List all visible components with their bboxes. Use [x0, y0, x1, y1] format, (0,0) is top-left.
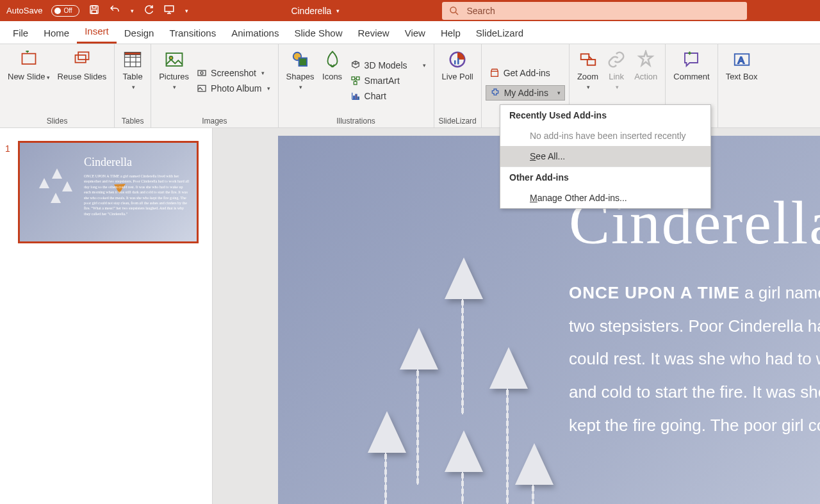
- svg-rect-24: [454, 60, 456, 64]
- save-icon[interactable]: [88, 4, 100, 18]
- tab-file[interactable]: File: [5, 22, 36, 44]
- group-images: Pictures▾ Screenshot▾ Photo Album▾ Image…: [151, 44, 278, 127]
- table-label: Table: [123, 72, 143, 81]
- svg-rect-10: [166, 53, 182, 66]
- group-label-tables: Tables: [119, 115, 147, 127]
- chart-icon: [350, 91, 361, 101]
- chevron-down-icon: ▾: [557, 90, 561, 96]
- svg-rect-7: [78, 52, 88, 60]
- tabs-bar: File Home Insert Design Transitions Anim…: [0, 21, 820, 44]
- present-icon[interactable]: [163, 4, 175, 18]
- dropdown-manage[interactable]: Manage Other Add-ins...: [500, 188, 710, 208]
- document-title[interactable]: Cinderella ▾: [291, 6, 340, 16]
- pictures-icon: [164, 49, 184, 70]
- redo-icon[interactable]: [143, 4, 154, 18]
- svg-rect-22: [357, 97, 359, 99]
- group-tables: Table▾ Tables: [115, 44, 151, 127]
- reuse-slides-label: Reuse Slides: [58, 72, 107, 82]
- plane-icon: [62, 181, 72, 191]
- comment-icon: [681, 49, 701, 70]
- dropdown-header-other: Other Add-ins: [500, 167, 710, 188]
- svg-point-4: [450, 7, 456, 13]
- chevron-down-icon: ▾: [47, 74, 50, 81]
- group-label-text: [722, 115, 762, 127]
- smartart-button[interactable]: SmartArt: [347, 74, 430, 88]
- toggle-knob: [54, 8, 61, 14]
- tab-design[interactable]: Design: [117, 22, 162, 44]
- autosave-toggle[interactable]: Off: [51, 5, 79, 17]
- photo-album-button[interactable]: Photo Album▾: [193, 81, 274, 95]
- chart-button[interactable]: Chart: [347, 89, 430, 103]
- reuse-slides-button[interactable]: Reuse Slides: [54, 47, 111, 115]
- slide-body-rest: a girl named Cinderella lived with her s…: [569, 283, 820, 435]
- svg-rect-27: [580, 54, 589, 60]
- tab-insert[interactable]: Insert: [77, 20, 117, 44]
- slide-thumbnail-1[interactable]: Cinderella ONCE UPON A TIME a girl named…: [18, 141, 199, 243]
- qat-customize-icon[interactable]: ▾: [185, 8, 188, 14]
- table-icon: [122, 49, 143, 70]
- get-addins-label: Get Add-ins: [504, 68, 550, 78]
- my-addins-button[interactable]: My Add-ins▾: [486, 85, 565, 101]
- tab-home[interactable]: Home: [36, 22, 77, 44]
- comment-label: Comment: [673, 72, 709, 82]
- chart-label: Chart: [365, 91, 386, 101]
- thumb-body: ONCE UPON A TIME a girl named Cinderella…: [84, 174, 190, 216]
- quick-access-toolbar: ▾ ▾: [88, 4, 188, 18]
- search-box[interactable]: Search: [442, 2, 747, 20]
- group-illustrations: Shapes▾ Icons 3D Models▾ SmartArt Chart …: [279, 44, 434, 127]
- screenshot-button[interactable]: Screenshot▾: [193, 66, 274, 80]
- screenshot-icon: [197, 68, 207, 78]
- cube-icon: [350, 60, 361, 70]
- slide-body-lead: ONCE UPON A TIME: [569, 283, 740, 302]
- pictures-button[interactable]: Pictures▾: [155, 47, 193, 115]
- 3d-models-button[interactable]: 3D Models▾: [347, 58, 430, 72]
- tab-slidelizard[interactable]: SlideLizard: [468, 22, 531, 44]
- thumb-title: Cinderella: [84, 156, 132, 169]
- pictures-label: Pictures: [159, 72, 189, 81]
- action-label: Action: [634, 72, 657, 82]
- plane-icon: [515, 443, 554, 485]
- screenshot-label: Screenshot: [211, 68, 256, 78]
- dropdown-see-all[interactable]: See All...: [500, 146, 710, 167]
- svg-rect-2: [92, 10, 97, 13]
- chevron-down-icon: ▾: [616, 84, 619, 90]
- photo-album-label: Photo Album: [211, 83, 261, 93]
- tab-help[interactable]: Help: [433, 22, 468, 44]
- text-box-button[interactable]: A Text Box: [722, 47, 762, 115]
- tab-transitions[interactable]: Transitions: [161, 22, 224, 44]
- svg-point-13: [201, 72, 203, 74]
- 3d-models-label: 3D Models: [365, 60, 407, 70]
- document-title-caret-icon: ▾: [336, 8, 340, 14]
- svg-rect-26: [491, 71, 498, 76]
- tab-view[interactable]: View: [397, 22, 433, 44]
- svg-text:A: A: [737, 54, 744, 65]
- new-slide-icon: [19, 49, 39, 70]
- table-button[interactable]: Table▾: [119, 47, 147, 115]
- get-addins-button[interactable]: Get Add-ins: [486, 66, 565, 80]
- svg-rect-16: [299, 58, 307, 67]
- svg-rect-1: [92, 6, 96, 8]
- undo-dropdown-icon[interactable]: ▾: [131, 8, 134, 14]
- tab-animations[interactable]: Animations: [224, 22, 286, 44]
- live-poll-button[interactable]: Live Poll: [438, 47, 477, 115]
- svg-rect-20: [353, 96, 354, 99]
- svg-rect-17: [352, 77, 355, 80]
- icons-button[interactable]: Icons: [318, 47, 347, 115]
- plane-icon: [400, 328, 438, 370]
- new-slide-button[interactable]: New Slide▾: [4, 47, 54, 115]
- tab-review[interactable]: Review: [350, 22, 397, 44]
- shapes-button[interactable]: Shapes▾: [283, 47, 318, 115]
- new-slide-label: New Slide: [8, 72, 45, 81]
- plane-icon: [368, 411, 406, 453]
- zoom-icon: [578, 49, 598, 70]
- text-box-label: Text Box: [726, 72, 758, 82]
- autosave-state: Off: [63, 7, 72, 14]
- group-label-slides: Slides: [4, 115, 110, 127]
- my-addins-label: My Add-ins: [504, 88, 548, 98]
- plane-icon: [52, 168, 62, 179]
- dropdown-header-recent: Recently Used Add-ins: [500, 105, 710, 126]
- undo-icon[interactable]: [109, 4, 120, 18]
- tab-slide-show[interactable]: Slide Show: [286, 22, 350, 44]
- zoom-label: Zoom: [577, 72, 598, 81]
- live-poll-icon: [447, 49, 468, 70]
